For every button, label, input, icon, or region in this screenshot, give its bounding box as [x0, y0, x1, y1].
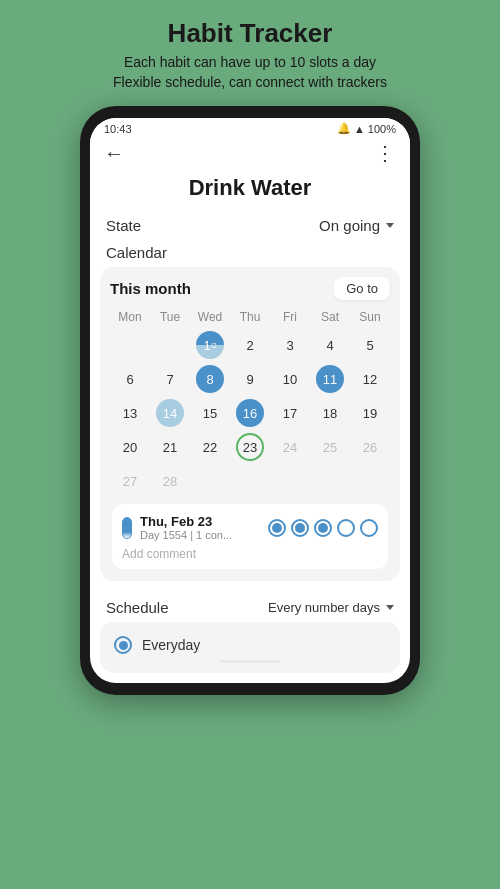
water-droplet-icon	[122, 517, 132, 539]
cal-day-9[interactable]: 9	[230, 362, 270, 396]
dot-1[interactable]	[268, 519, 286, 537]
status-bar: 10:43 🔔 ▲ 100%	[90, 118, 410, 137]
cal-day-11[interactable]: 11	[310, 362, 350, 396]
cal-day-4[interactable]: 4	[310, 328, 350, 362]
dot-2[interactable]	[291, 519, 309, 537]
cal-day-16[interactable]: 16	[230, 396, 270, 430]
status-time: 10:43	[104, 123, 132, 135]
schedule-row: Schedule Every number days	[90, 589, 410, 622]
cal-day-18[interactable]: 18	[310, 396, 350, 430]
state-chevron-icon	[386, 223, 394, 228]
cal-day-empty	[310, 464, 350, 498]
cal-row-1: 1/2 2 3 4 5	[110, 328, 390, 362]
cal-day-19[interactable]: 19	[350, 396, 390, 430]
everyday-label: Everyday	[142, 637, 200, 653]
wifi-icon: ▲	[354, 123, 365, 135]
calendar-section-label: Calendar	[90, 240, 410, 267]
cal-day-25[interactable]: 25	[310, 430, 350, 464]
more-button[interactable]: ⋮	[375, 141, 396, 165]
cal-day-empty	[230, 464, 270, 498]
cal-day-22[interactable]: 22	[190, 430, 230, 464]
everyday-radio-inner	[119, 641, 128, 650]
everyday-radio[interactable]	[114, 636, 132, 654]
cal-day-1-2[interactable]: 1/2	[190, 328, 230, 362]
calendar-header: This month Go to	[110, 277, 390, 300]
cal-day-empty	[350, 464, 390, 498]
cal-day-empty	[110, 328, 150, 362]
app-subtitle: Each habit can have up to 10 slots a day…	[113, 53, 387, 92]
weekday-sun: Sun	[350, 308, 390, 328]
cal-row-4: 20 21 22 23 24 25 26	[110, 430, 390, 464]
weekday-sat: Sat	[310, 308, 350, 328]
page-title: Drink Water	[90, 171, 410, 211]
cal-day-5[interactable]: 5	[350, 328, 390, 362]
cal-day-17[interactable]: 17	[270, 396, 310, 430]
cal-day-10[interactable]: 10	[270, 362, 310, 396]
cal-day-27[interactable]: 27	[110, 464, 150, 498]
cal-day-empty	[190, 464, 230, 498]
dot-4[interactable]	[337, 519, 355, 537]
scroll-hint	[220, 660, 280, 663]
cal-day-12[interactable]: 12	[350, 362, 390, 396]
day-detail-sub: Day 1554 | 1 con...	[140, 529, 260, 541]
cal-day-26[interactable]: 26	[350, 430, 390, 464]
cal-row-2: 6 7 8 9 10 11 12	[110, 362, 390, 396]
cal-day-24[interactable]: 24	[270, 430, 310, 464]
month-label: This month	[110, 280, 191, 297]
day-detail-info: Thu, Feb 23 Day 1554 | 1 con...	[140, 514, 260, 541]
everyday-option[interactable]: Everyday	[114, 632, 386, 658]
top-nav: ← ⋮	[90, 137, 410, 171]
weekday-fri: Fri	[270, 308, 310, 328]
cal-day-23[interactable]: 23	[230, 430, 270, 464]
cal-day-15[interactable]: 15	[190, 396, 230, 430]
schedule-value-button[interactable]: Every number days	[268, 600, 394, 615]
phone-frame: 10:43 🔔 ▲ 100% ← ⋮ Drink Water State On …	[80, 106, 420, 695]
calendar-grid: Mon Tue Wed Thu Fri Sat Sun 1/2 2	[110, 308, 390, 498]
weekday-thu: Thu	[230, 308, 270, 328]
cal-day-6[interactable]: 6	[110, 362, 150, 396]
cal-day-14[interactable]: 14	[150, 396, 190, 430]
cal-day-empty	[150, 328, 190, 362]
cal-day-8[interactable]: 8	[190, 362, 230, 396]
weekday-wed: Wed	[190, 308, 230, 328]
notification-icon: 🔔	[337, 122, 351, 135]
add-comment-button[interactable]: Add comment	[122, 547, 378, 561]
cal-day-empty	[270, 464, 310, 498]
schedule-chevron-icon	[386, 605, 394, 610]
state-row: State On going	[90, 211, 410, 240]
cal-day-7[interactable]: 7	[150, 362, 190, 396]
day-detail-card: Thu, Feb 23 Day 1554 | 1 con... Add comm…	[112, 504, 388, 569]
phone-screen: 10:43 🔔 ▲ 100% ← ⋮ Drink Water State On …	[90, 118, 410, 683]
dot-5[interactable]	[360, 519, 378, 537]
status-icons: 🔔 ▲ 100%	[337, 122, 396, 135]
cal-day-20[interactable]: 20	[110, 430, 150, 464]
cal-day-13[interactable]: 13	[110, 396, 150, 430]
state-value-button[interactable]: On going	[319, 217, 394, 234]
cal-row-5: 27 28	[110, 464, 390, 498]
app-title: Habit Tracker	[113, 18, 387, 49]
cal-day-28[interactable]: 28	[150, 464, 190, 498]
app-header: Habit Tracker Each habit can have up to …	[113, 18, 387, 92]
weekday-tue: Tue	[150, 308, 190, 328]
day-detail-date: Thu, Feb 23	[140, 514, 260, 529]
day-dots	[268, 519, 378, 537]
cal-day-2[interactable]: 2	[230, 328, 270, 362]
cal-day-3[interactable]: 3	[270, 328, 310, 362]
state-label: State	[106, 217, 141, 234]
dot-3[interactable]	[314, 519, 332, 537]
schedule-label: Schedule	[106, 599, 169, 616]
back-button[interactable]: ←	[104, 142, 124, 165]
day-detail-header: Thu, Feb 23 Day 1554 | 1 con...	[122, 514, 378, 541]
weekday-header-row: Mon Tue Wed Thu Fri Sat Sun	[110, 308, 390, 328]
schedule-card: Everyday	[100, 622, 400, 673]
goto-button[interactable]: Go to	[334, 277, 390, 300]
weekday-mon: Mon	[110, 308, 150, 328]
cal-day-21[interactable]: 21	[150, 430, 190, 464]
cal-row-3: 13 14 15 16 17 18 19	[110, 396, 390, 430]
calendar-card: This month Go to Mon Tue Wed Thu Fri Sat…	[100, 267, 400, 581]
battery-icon: 100%	[368, 123, 396, 135]
